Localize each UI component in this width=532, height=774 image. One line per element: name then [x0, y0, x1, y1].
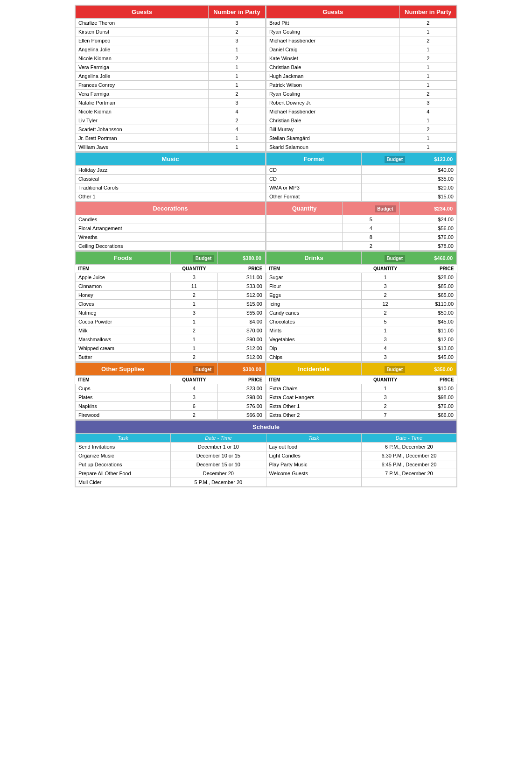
format-price: $40.00: [409, 166, 457, 175]
table-row: Vera Farmiga1: [76, 63, 266, 72]
foods-budget-amount: $380.00: [218, 252, 266, 265]
guest-name: Bill Murray: [266, 125, 400, 134]
list-item: Ceiling Decorations: [76, 242, 266, 251]
table-row: Bill Murray2: [266, 125, 457, 134]
list-item: Other Format$15.00: [266, 192, 457, 201]
guests-left-header: Guests: [76, 6, 209, 19]
incidentals-price-col: PRICE: [409, 376, 457, 384]
schedule-task-left: Put up Decorations: [76, 460, 171, 469]
incidental-price: $98.00: [409, 393, 457, 402]
list-item: 8$76.00: [266, 233, 457, 242]
drink-price: $12.00: [409, 335, 457, 344]
list-item: CD$35.00: [266, 175, 457, 183]
party-number: 1: [399, 45, 456, 54]
table-row: Extra Other 27$66.00: [266, 411, 457, 420]
party-number: 1: [399, 72, 456, 81]
quantity-qty: 8: [343, 233, 399, 242]
food-qty: 2: [170, 353, 218, 362]
table-row: Scarlett Johansson4: [76, 125, 266, 134]
table-row: Mull Cider 5 P.M., December 20: [76, 478, 457, 487]
guest-name: Brad Pitt: [266, 19, 400, 28]
quantity-price: $78.00: [399, 242, 456, 251]
party-number: 3: [208, 99, 265, 107]
quantity-budget-label: Budget: [375, 205, 395, 212]
table-row: Chips3$45.00: [266, 353, 457, 362]
table-row: Michael Fassbender2: [266, 36, 457, 45]
drink-item: Icing: [266, 300, 362, 309]
guest-name: Liv Tyler: [76, 116, 209, 125]
guest-name: Ryan Gosling: [266, 28, 400, 36]
food-price: $90.00: [218, 335, 266, 344]
incidental-qty: 3: [362, 393, 409, 402]
drink-qty: 12: [362, 300, 409, 309]
list-item: Classical: [76, 175, 266, 183]
list-item: Candles: [76, 215, 266, 224]
table-row: Cups4$23.00: [76, 384, 266, 393]
guest-name: Stellan Skarsgård: [266, 134, 400, 143]
drink-item: Sugar: [266, 273, 362, 282]
supply-item: Napkins: [76, 402, 171, 411]
foods-header: Foods: [76, 252, 171, 265]
table-row: Ryan Gosling2: [266, 90, 457, 99]
schedule-datetime-left: December 1 or 10: [171, 443, 266, 451]
table-row: Extra Chairs1$10.00: [266, 384, 457, 393]
schedule-task-left: Prepare All Other Food: [76, 469, 171, 478]
music-header: Music: [76, 153, 266, 166]
guest-name: Christian Bale: [266, 63, 400, 72]
drink-item: Chips: [266, 353, 362, 362]
drinks-budget-amount: $460.00: [409, 252, 457, 265]
drink-qty: 2: [362, 309, 409, 317]
table-row: Vegetables3$12.00: [266, 335, 457, 344]
incidental-qty: 7: [362, 411, 409, 420]
food-price: $12.00: [218, 291, 266, 300]
food-price: $15.00: [218, 300, 266, 309]
drink-item: Chocolates: [266, 317, 362, 326]
party-number: 3: [208, 36, 265, 45]
table-row: Kirsten Dunst2: [76, 28, 266, 36]
supply-price: $98.00: [218, 393, 266, 402]
table-row: Mints1$11.00: [266, 326, 457, 335]
drinks-item-col: ITEM: [266, 265, 362, 273]
guest-name: Daniel Craig: [266, 45, 400, 54]
table-row: Brad Pitt2: [266, 19, 457, 28]
table-row: Robert Downey Jr.3: [266, 99, 457, 107]
schedule-task-right: [266, 478, 361, 487]
incidental-item: Extra Other 1: [266, 402, 362, 411]
table-row: Plates3$98.00: [76, 393, 266, 402]
table-row: Skarld Salamoun1: [266, 143, 457, 152]
table-row: Charlize Theron3: [76, 19, 266, 28]
table-row: William Jaws1: [76, 143, 266, 152]
schedule-datetime-right: [361, 478, 456, 487]
table-row: Candy canes2$50.00: [266, 309, 457, 317]
format-budget-amount: $123.00: [409, 153, 457, 166]
guest-name: Jr. Brett Portman: [76, 134, 209, 143]
schedule-datetime-left: December 15 or 10: [171, 460, 266, 469]
schedule-datetime-col-left: Date - Time: [171, 434, 266, 443]
food-qty: 1: [170, 317, 218, 326]
schedule-task-col-right: Task: [266, 434, 361, 443]
food-price: $70.00: [218, 326, 266, 335]
schedule-task-right: Lay out food: [266, 443, 361, 451]
drink-price: $45.00: [409, 353, 457, 362]
list-item: Other 1: [76, 192, 266, 201]
guests-left-party-header: Number in Party: [208, 6, 265, 19]
supply-item: Plates: [76, 393, 171, 402]
party-number: 1: [399, 143, 456, 152]
incidentals-section: Incidentals Budget $350.00 ITEM QUANTITY…: [266, 362, 457, 420]
table-row: Extra Coat Hangers3$98.00: [266, 393, 457, 402]
party-number: 1: [399, 28, 456, 36]
format-price: $20.00: [409, 183, 457, 192]
decorations-header: Decorations: [76, 202, 266, 215]
drink-price: $45.00: [409, 317, 457, 326]
party-number: 2: [399, 125, 456, 134]
party-number: 4: [208, 125, 265, 134]
party-number: 1: [399, 63, 456, 72]
guest-name: Ryan Gosling: [266, 90, 400, 99]
table-row: Stellan Skarsgård1: [266, 134, 457, 143]
list-item: Wreaths: [76, 233, 266, 242]
incidental-item: Extra Coat Hangers: [266, 393, 362, 402]
food-price: $11.00: [218, 273, 266, 282]
other-supplies-header: Other Supplies: [76, 363, 171, 376]
drink-qty: 3: [362, 282, 409, 291]
drink-item: Dip: [266, 344, 362, 353]
